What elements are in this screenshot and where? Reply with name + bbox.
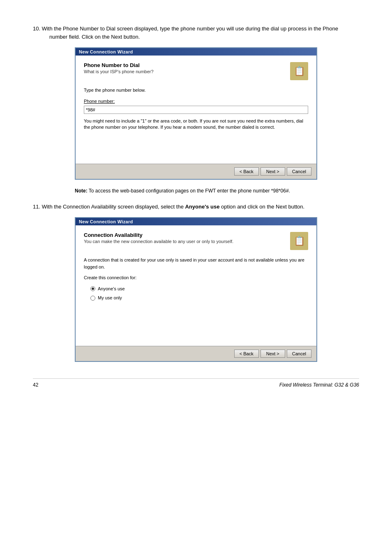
note-label: Note: — [75, 188, 88, 194]
wizard2-content: Connection Availability You can make the… — [76, 225, 316, 346]
wizard1-next-button[interactable]: Next > — [261, 167, 285, 176]
wizard2-titlebar: New Connection Wizard — [76, 218, 316, 225]
wizard2-footer: < Back Next > Cancel — [76, 346, 316, 361]
step11-text: 11. With the Connection Availability scr… — [33, 203, 359, 211]
wizard2-box: New Connection Wizard Connection Availab… — [75, 217, 317, 362]
wizard1-header: Phone Number to Dial What is your ISP's … — [84, 62, 308, 80]
wizard2-header-text: Connection Availability You can make the… — [84, 232, 233, 244]
wizard1-header-text: Phone Number to Dial What is your ISP's … — [84, 62, 154, 74]
note-text: To access the web-based configuration pa… — [89, 188, 290, 194]
wizard1-body: Type the phone number below. Phone numbe… — [84, 87, 308, 155]
phone-number-input[interactable] — [84, 106, 308, 114]
page-footer: 42 Fixed Wireless Terminal: G32 & G36 — [33, 378, 359, 388]
wizard1-icon: 📋 — [290, 62, 308, 80]
radio-myuse: My use only — [90, 294, 308, 301]
page-doc-title: Fixed Wireless Terminal: G32 & G36 — [279, 382, 359, 388]
radio-anyone-circle[interactable] — [90, 286, 95, 291]
page-number: 42 — [33, 382, 38, 388]
wizard2-back-button[interactable]: < Back — [234, 350, 259, 358]
wizard1-intro: Type the phone number below. — [84, 87, 308, 94]
wizard2-header: Connection Availability You can make the… — [84, 232, 308, 250]
radio-myuse-label: My use only — [98, 294, 122, 301]
wizard1-footer: < Back Next > Cancel — [76, 164, 316, 179]
wizard1-back-button[interactable]: < Back — [234, 167, 259, 176]
wizard2-header-sub: You can make the new connection availabl… — [84, 239, 233, 244]
wizard1-field-label: Phone number: — [84, 98, 308, 105]
wizard1-title-label: New Connection Wizard — [79, 49, 133, 54]
wizard1-cancel-button[interactable]: Cancel — [287, 167, 311, 176]
step11-bold: Anyone's use — [185, 204, 219, 210]
radio-group: Anyone's use My use only — [90, 285, 308, 301]
note-box: Note: To access the web-based configurat… — [75, 187, 317, 195]
wizard2-cancel-button[interactable]: Cancel — [287, 350, 311, 358]
wizard1-box: New Connection Wizard Phone Number to Di… — [75, 47, 317, 180]
radio-myuse-circle[interactable] — [90, 296, 95, 301]
step10-text: 10. With the Phone Number to Dial screen… — [33, 25, 359, 41]
wizard2-header-title: Connection Availability — [84, 232, 233, 238]
wizard1-hint: You might need to include a "1" or the a… — [84, 118, 308, 131]
radio-anyone-label: Anyone's use — [98, 285, 125, 292]
wizard2-next-button[interactable]: Next > — [261, 350, 285, 358]
wizard2-intro: A connection that is created for your us… — [84, 257, 308, 270]
wizard2-icon: 📋 — [290, 232, 308, 250]
wizard1-header-title: Phone Number to Dial — [84, 62, 154, 68]
wizard1-content: Phone Number to Dial What is your ISP's … — [76, 56, 316, 164]
wizard1-header-sub: What is your ISP's phone number? — [84, 69, 154, 74]
wizard1-titlebar: New Connection Wizard — [76, 48, 316, 56]
wizard2-body: A connection that is created for your us… — [84, 257, 308, 338]
wizard2-title-label: New Connection Wizard — [79, 219, 133, 224]
wizard2-create-label: Create this connection for: — [84, 274, 308, 281]
radio-anyone: Anyone's use — [90, 285, 308, 292]
